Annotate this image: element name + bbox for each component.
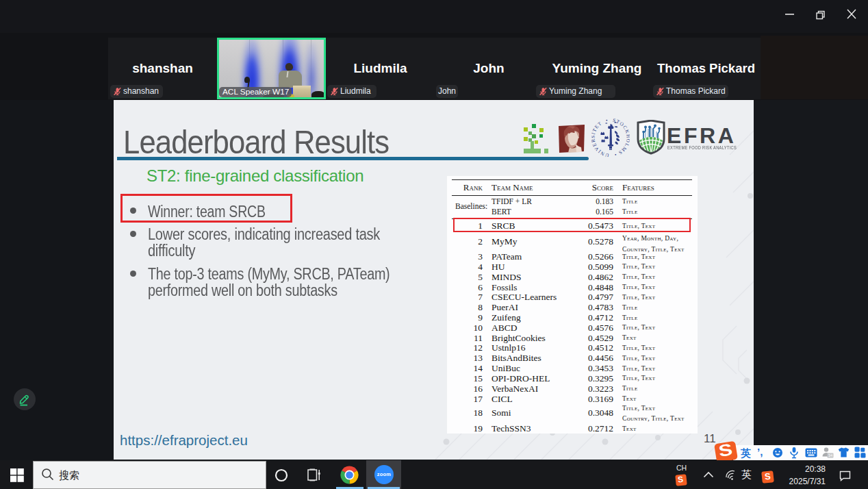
svg-text:34: 34: [828, 453, 833, 457]
